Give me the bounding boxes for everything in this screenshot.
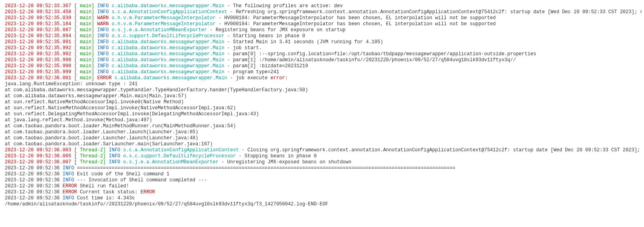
- log-bracket: [: [74, 159, 77, 165]
- log-level: INFO: [63, 171, 74, 177]
- log-thread: main]: [80, 33, 94, 39]
- log-level: INFO: [97, 69, 109, 75]
- log-line: at com.alibaba.dataworks.messagewrapper.…: [5, 87, 639, 93]
- log-logger: c.alibaba.dataworks.messagewrapper.Main: [111, 63, 224, 69]
- log-thread: main]: [80, 39, 94, 45]
- log-plain-line: java.lang.RuntimeException: unknown type…: [5, 81, 138, 87]
- log-logger: c.alibaba.dataworks.messagewrapper.Main: [111, 39, 224, 45]
- log-plain-line: /home/admin/alisatasknode/taskinfo//2023…: [5, 201, 328, 207]
- log-level: WARN: [97, 21, 109, 27]
- log-line: 2023-12-20 09:52:35.894 [ main] INFO o.s…: [5, 33, 639, 39]
- log-thread: Thread-2]: [80, 159, 106, 165]
- log-bracket: [: [74, 39, 77, 45]
- log-timestamp: 2023-12-20 09:52:35.998: [5, 57, 71, 63]
- log-line: at sun.reflect.NativeMethodAccessorImpl.…: [5, 99, 639, 105]
- log-line: 2023-12-20 09:52:35.999 [ main] INFO c.a…: [5, 69, 639, 75]
- log-line: at java.lang.reflect.Method.invoke(Metho…: [5, 117, 639, 123]
- log-logger: s.c.a.AnnotationConfigApplicationContext: [111, 9, 227, 15]
- log-logger: o.s.c.support.DefaultLifecycleProcessor: [123, 153, 236, 159]
- log-message: param[2] :bizdate=20231219: [233, 63, 308, 69]
- log-timestamp: 2023-12-20 09:52:36.005: [5, 153, 71, 159]
- log-bracket: [: [74, 3, 77, 9]
- log-level: INFO: [97, 27, 109, 33]
- log-level: INFO: [63, 177, 74, 183]
- log-timestamp: 2023-12-20 09:52:35.887: [5, 27, 71, 33]
- log-logger: o.h.v.m.ParameterMessageInterpolator: [111, 21, 215, 27]
- log-logger: o.s.j.e.a.AnnotationMBeanExporter: [111, 27, 207, 33]
- log-timestamp: 2023-12-20 09:52:35.992: [5, 51, 71, 57]
- log-line: 2023-12-20 09:52:36.001 [ main] ERROR c.…: [5, 75, 639, 81]
- log-bracket: [: [74, 33, 77, 39]
- log-line: 2023-12-20 09:52:36 INFO ===============…: [5, 165, 639, 171]
- log-line: 2023-12-20 09:52:35.992 [ main] INFO c.a…: [5, 45, 639, 51]
- log-level: INFO: [97, 33, 109, 39]
- log-line: at com.taobao.pandora.boot.loader.Launch…: [5, 129, 639, 135]
- log-line: 2023-12-20 09:52:36.007 [ Thread-2] INFO…: [5, 159, 639, 165]
- log-level: ERROR: [63, 183, 77, 189]
- log-timestamp: 2023-12-20 09:52:35.998: [5, 63, 71, 69]
- log-message: Refreshing org.springframework.context.a…: [236, 9, 642, 15]
- log-bracket: [: [74, 51, 77, 57]
- log-line: 2023-12-20 09:52:36 INFO Exit code of th…: [5, 171, 639, 177]
- log-thread: main]: [80, 15, 94, 21]
- log-level: INFO: [97, 57, 109, 63]
- log-thread: main]: [80, 27, 94, 33]
- log-logger: c.alibaba.dataworks.messagewrapper.Main: [111, 57, 224, 63]
- log-message: param[0] :--spring.config.location=file:…: [233, 51, 536, 57]
- log-plain-line: at java.lang.reflect.Method.invoke(Metho…: [5, 117, 152, 123]
- log-short-timestamp: 2023-12-20 09:52:36: [5, 183, 63, 189]
- log-message: --- Invocation of Shell command complete…: [77, 177, 207, 183]
- log-line: 2023-12-20 09:52:35.887 [ main] INFO o.s…: [5, 27, 639, 33]
- log-message: Stopping beans in phase 0: [245, 153, 317, 159]
- log-logger: c.alibaba.dataworks.messagewrapper.Main: [111, 45, 224, 51]
- log-line: 2023-12-20 09:52:35.998 [ main] INFO c.a…: [5, 57, 639, 63]
- log-line: /home/admin/alisatasknode/taskinfo//2023…: [5, 201, 639, 207]
- log-timestamp: 2023-12-20 09:52:36.007: [5, 159, 71, 165]
- log-message: job execute: [236, 75, 270, 81]
- log-logger: s.c.a.AnnotationConfigApplicationContext: [123, 147, 239, 153]
- log-level: ERROR: [97, 75, 111, 81]
- log-level: INFO: [97, 45, 109, 51]
- log-line: at com.taobao.pandora.boot.loader.Launch…: [5, 135, 639, 141]
- log-timestamp: 2023-12-20 09:52:35.894: [5, 33, 71, 39]
- log-level: INFO: [97, 51, 109, 57]
- log-level: INFO: [109, 159, 120, 165]
- log-line: 2023-12-20 09:52:36 INFO Cost time is: 4…: [5, 195, 639, 201]
- log-logger: c.alibaba.dataworks.messagewrapper.Main: [111, 69, 224, 75]
- log-line: at com.alibaba.dataworks.messagewrapper.…: [5, 93, 639, 99]
- log-line: 2023-12-20 09:52:36 ERROR Shell run fail…: [5, 183, 639, 189]
- log-level: INFO: [97, 9, 109, 15]
- log-plain-line: at com.alibaba.dataworks.messagewrapper.…: [5, 93, 187, 99]
- log-bracket: [: [74, 57, 77, 63]
- log-line: 2023-12-20 09:52:36.003 [ Thread-2] INFO…: [5, 147, 639, 153]
- log-timestamp: 2023-12-20 09:52:36.003: [5, 147, 71, 153]
- log-message: Registering beans for JMX exposure on st…: [216, 27, 346, 33]
- log-plain-line: at sun.reflect.NativeMethodAccessorImpl.…: [5, 105, 236, 111]
- log-timestamp: 2023-12-20 09:52:36.001: [5, 75, 71, 81]
- log-logger: c.alibaba.dataworks.messagewrapper.Main: [111, 51, 224, 57]
- log-line: 2023-12-20 09:52:36 ERROR Current task s…: [5, 189, 639, 195]
- log-message: program type=241: [233, 69, 279, 75]
- log-message-error: ERROR: [140, 189, 155, 195]
- log-thread: main]: [80, 75, 94, 81]
- log-message: HV000184: ParameterMessageInterpolator h…: [224, 21, 496, 27]
- log-line: 2023-12-20 09:52:35.998 [ main] INFO c.a…: [5, 63, 639, 69]
- log-short-timestamp: 2023-12-20 09:52:36: [5, 195, 63, 201]
- log-level: INFO: [109, 153, 120, 159]
- log-line: 2023-12-20 09:52:36 INFO --- Invocation …: [5, 177, 639, 183]
- log-plain-line: at sun.reflect.DelegatingMethodAccessorI…: [5, 111, 259, 117]
- log-line: at com.taobao.pandora.boot.loader.MainMe…: [5, 123, 639, 129]
- log-logger: o.s.j.e.a.AnnotationMBeanExporter: [123, 159, 219, 165]
- log-message: Cost time is: 4.343s: [77, 195, 135, 201]
- log-message: Shell run failed!: [80, 183, 129, 189]
- log-timestamp: 2023-12-20 09:52:35.992: [5, 45, 71, 51]
- log-thread: main]: [80, 45, 94, 51]
- log-thread: main]: [80, 69, 94, 75]
- log-timestamp: 2023-12-20 09:52:35.991: [5, 39, 71, 45]
- log-thread: main]: [80, 57, 94, 63]
- log-message: ========================================…: [77, 165, 455, 171]
- log-plain-line: at com.taobao.pandora.boot.loader.Launch…: [5, 135, 198, 141]
- log-message: Unregistering JMX-exposed beans on shutd…: [227, 159, 352, 165]
- log-bracket: [: [74, 75, 77, 81]
- log-logger: c.alibaba.dataworks.messagewrapper.Main: [115, 75, 227, 81]
